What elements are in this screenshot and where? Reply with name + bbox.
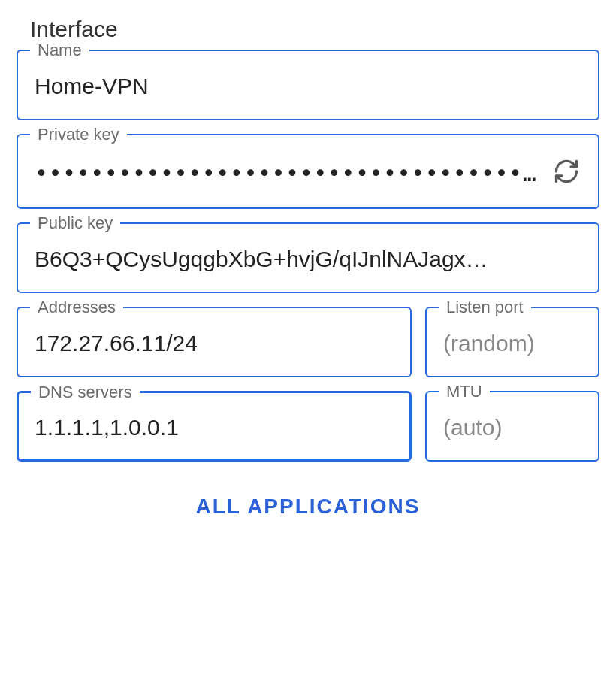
addresses-input[interactable] <box>35 331 394 356</box>
public-key-value: B6Q3+QCysUgqgbXbG+hvjG/qIJnlNAJagx… <box>35 247 581 272</box>
addresses-label: Addresses <box>30 298 123 317</box>
dns-servers-label: DNS servers <box>31 383 140 402</box>
name-label: Name <box>30 41 89 60</box>
section-title: Interface <box>30 17 599 42</box>
mtu-field-container: MTU <box>425 391 599 462</box>
mtu-input[interactable] <box>443 415 581 440</box>
name-input[interactable] <box>35 74 581 99</box>
regenerate-key-button[interactable] <box>551 158 581 188</box>
listen-port-label: Listen port <box>439 298 531 317</box>
refresh-icon <box>553 158 580 188</box>
addresses-field-container: Addresses <box>17 307 412 377</box>
dns-servers-field-container: DNS servers <box>17 391 412 462</box>
public-key-field-container: Public key B6Q3+QCysUgqgbXbG+hvjG/qIJnlN… <box>17 222 599 293</box>
name-field-container: Name <box>17 50 599 120</box>
listen-port-field-container: Listen port <box>425 307 599 377</box>
private-key-label: Private key <box>30 125 127 144</box>
private-key-input[interactable]: ••••••••••••••••••••••••••••••••••••••••… <box>35 160 538 186</box>
private-key-field-container: Private key ••••••••••••••••••••••••••••… <box>17 134 599 209</box>
public-key-label: Public key <box>30 213 120 233</box>
listen-port-input[interactable] <box>443 331 581 356</box>
mtu-label: MTU <box>439 382 490 401</box>
all-applications-button[interactable]: ALL APPLICATIONS <box>195 495 420 519</box>
dns-servers-input[interactable] <box>35 415 394 440</box>
